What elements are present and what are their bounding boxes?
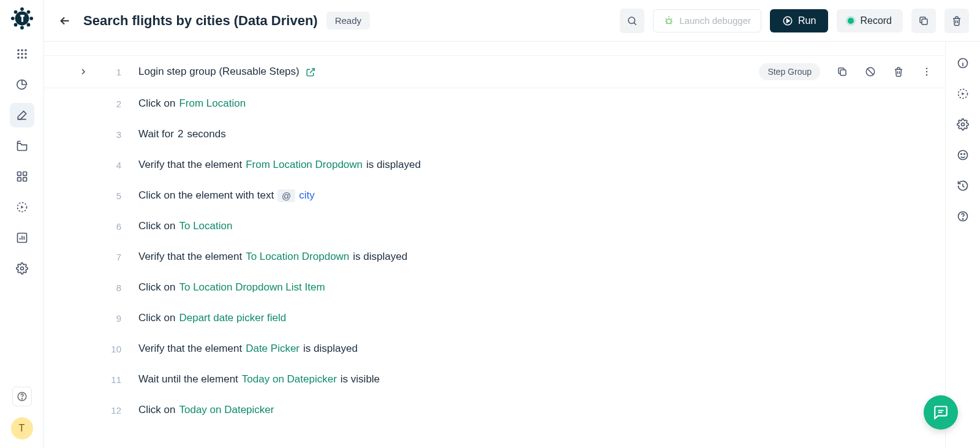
step-row[interactable]: 7Verify that the elementTo Location Drop… (44, 241, 945, 272)
svg-point-9 (17, 49, 20, 51)
external-link-icon[interactable] (306, 67, 316, 77)
rail-users[interactable] (956, 148, 970, 162)
nav-runs[interactable] (10, 195, 34, 219)
nav-folder[interactable] (10, 134, 34, 158)
help-button[interactable] (12, 387, 32, 406)
page-title: Search flights by cities (Data Driven) (83, 13, 318, 29)
step-text: Verify that the elementFrom Location Dro… (127, 159, 933, 171)
step-text: Click on the element with text@city (127, 189, 933, 202)
step-number: 4 (99, 160, 127, 170)
svg-point-11 (24, 49, 27, 51)
delete-button[interactable] (944, 9, 969, 33)
nav-reports[interactable] (10, 226, 34, 250)
run-label: Run (798, 15, 816, 26)
trash-icon[interactable] (892, 66, 905, 78)
launch-debugger-button[interactable]: Launch debugger (653, 9, 761, 32)
step-number: 10 (99, 344, 127, 354)
disable-icon[interactable] (864, 66, 876, 78)
element-reference[interactable]: Depart date picker field (179, 312, 286, 324)
svg-point-27 (628, 17, 635, 24)
svg-point-14 (24, 53, 27, 55)
step-row[interactable]: 6Click onTo Location (44, 211, 945, 241)
svg-rect-20 (17, 178, 21, 181)
svg-point-35 (926, 74, 927, 75)
rail-history[interactable] (956, 179, 970, 192)
svg-rect-21 (23, 178, 26, 181)
svg-point-10 (21, 49, 23, 51)
nav-dashboard[interactable] (10, 72, 34, 97)
svg-point-8 (26, 23, 30, 27)
element-reference[interactable]: From Location Dropdown (246, 159, 363, 171)
svg-point-7 (13, 23, 17, 27)
element-reference[interactable]: To Location Dropdown List Item (179, 281, 325, 294)
step-row[interactable]: 3Wait for 2 seconds (44, 119, 945, 150)
svg-point-26 (21, 398, 22, 399)
step-number: 5 (99, 191, 127, 201)
step-row[interactable]: 2Click onFrom Location (44, 88, 945, 119)
search-button[interactable] (620, 9, 644, 33)
svg-point-15 (17, 56, 20, 59)
svg-point-1 (20, 7, 24, 11)
steps-panel: 1Login step group (Reusable Steps)Step G… (44, 42, 946, 448)
rail-settings[interactable] (956, 118, 970, 131)
back-button[interactable] (55, 11, 75, 31)
copy-icon[interactable] (836, 66, 848, 78)
step-number: 3 (99, 129, 127, 140)
expand-chevron-icon[interactable] (76, 64, 91, 79)
svg-rect-19 (23, 172, 26, 176)
rail-help[interactable] (956, 210, 970, 223)
more-icon[interactable] (921, 66, 933, 78)
avatar[interactable]: T (11, 417, 33, 439)
element-reference[interactable]: Today on Datepicker (242, 373, 337, 385)
svg-point-40 (961, 154, 962, 155)
step-row[interactable]: 4Verify that the elementFrom Location Dr… (44, 150, 945, 180)
svg-point-6 (26, 10, 30, 14)
svg-rect-30 (922, 19, 927, 25)
chat-fab[interactable] (924, 395, 958, 430)
step-group-badge: Step Group (759, 63, 820, 80)
nav-components[interactable] (10, 164, 34, 189)
step-text: Verify that the elementTo Location Dropd… (127, 251, 933, 263)
step-text: Click onDepart date picker field (127, 312, 933, 324)
svg-point-4 (29, 17, 33, 20)
step-row[interactable]: 11Wait until the elementToday on Datepic… (44, 364, 945, 395)
nav-settings[interactable] (10, 256, 34, 281)
rail-info[interactable] (956, 56, 970, 70)
topbar: Search flights by cities (Data Driven) R… (44, 0, 980, 42)
svg-point-12 (17, 53, 20, 55)
step-text: Click onTo Location Dropdown List Item (127, 281, 933, 294)
svg-rect-31 (840, 70, 846, 75)
step-text: Login step group (Reusable Steps) (127, 66, 759, 78)
step-text: Click onFrom Location (127, 97, 933, 110)
step-number: 8 (99, 283, 127, 293)
element-reference[interactable]: Date Picker (246, 343, 300, 355)
step-row[interactable]: 1Login step group (Reusable Steps)Step G… (44, 55, 945, 88)
run-button[interactable]: Run (770, 9, 828, 32)
record-button[interactable]: Record (837, 9, 903, 32)
step-row[interactable]: 12Click onToday on Datepicker (44, 395, 945, 425)
step-row[interactable]: 9Click onDepart date picker field (44, 303, 945, 333)
right-rail (946, 42, 980, 448)
step-number: 7 (99, 252, 127, 262)
element-reference[interactable]: From Location (179, 97, 246, 110)
step-row[interactable]: 5Click on the element with text@city (44, 180, 945, 211)
variable-name[interactable]: city (299, 189, 315, 202)
step-number: 11 (99, 374, 127, 385)
bug-icon (663, 15, 674, 26)
rail-run-history[interactable] (956, 87, 970, 101)
step-row[interactable]: 10Verify that the elementDate Pickeris d… (44, 333, 945, 364)
sidebar: T (0, 0, 44, 448)
step-row[interactable]: 8Click onTo Location Dropdown List Item (44, 272, 945, 303)
nav-apps[interactable] (10, 42, 34, 66)
copy-button[interactable] (911, 9, 936, 33)
nav-edit[interactable] (10, 103, 34, 127)
element-reference[interactable]: Today on Datepicker (179, 404, 274, 416)
step-text: Verify that the elementDate Pickeris dis… (127, 343, 933, 355)
svg-point-16 (21, 56, 23, 59)
step-number: 9 (99, 313, 127, 324)
element-reference[interactable]: To Location (179, 220, 232, 232)
svg-point-43 (962, 219, 963, 219)
element-reference[interactable]: To Location Dropdown (246, 251, 349, 263)
variable-badge: @ (277, 189, 295, 202)
step-number: 2 (99, 99, 127, 109)
